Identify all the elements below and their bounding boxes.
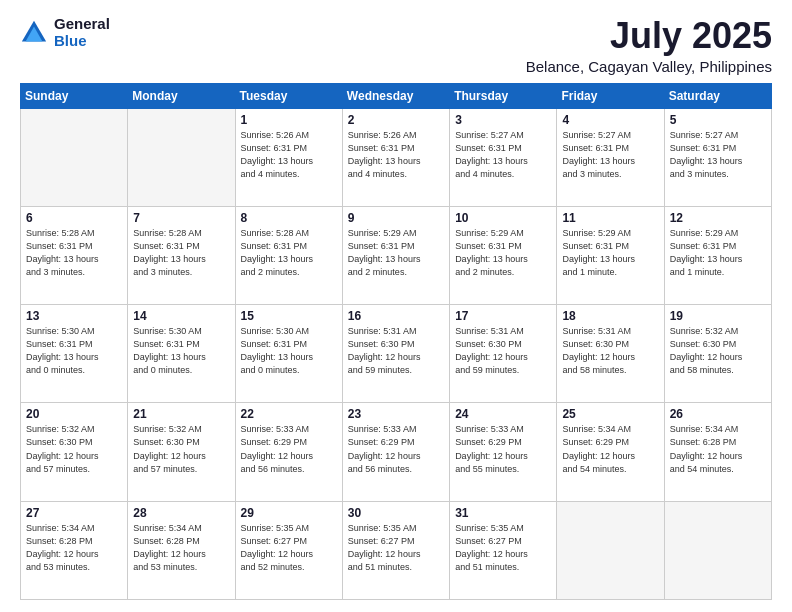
day-number: 20 bbox=[26, 407, 122, 421]
day-info: Sunrise: 5:30 AM Sunset: 6:31 PM Dayligh… bbox=[241, 325, 337, 377]
day-info: Sunrise: 5:34 AM Sunset: 6:28 PM Dayligh… bbox=[26, 522, 122, 574]
calendar-table: Sunday Monday Tuesday Wednesday Thursday… bbox=[20, 83, 772, 600]
day-info: Sunrise: 5:32 AM Sunset: 6:30 PM Dayligh… bbox=[133, 423, 229, 475]
table-row: 12Sunrise: 5:29 AM Sunset: 6:31 PM Dayli… bbox=[664, 206, 771, 304]
day-info: Sunrise: 5:34 AM Sunset: 6:29 PM Dayligh… bbox=[562, 423, 658, 475]
subtitle: Belance, Cagayan Valley, Philippines bbox=[526, 58, 772, 75]
day-number: 31 bbox=[455, 506, 551, 520]
day-number: 21 bbox=[133, 407, 229, 421]
logo-general-text: General bbox=[54, 16, 110, 33]
day-info: Sunrise: 5:29 AM Sunset: 6:31 PM Dayligh… bbox=[670, 227, 766, 279]
day-number: 11 bbox=[562, 211, 658, 225]
day-info: Sunrise: 5:28 AM Sunset: 6:31 PM Dayligh… bbox=[133, 227, 229, 279]
day-number: 28 bbox=[133, 506, 229, 520]
week-row-2: 6Sunrise: 5:28 AM Sunset: 6:31 PM Daylig… bbox=[21, 206, 772, 304]
day-number: 2 bbox=[348, 113, 444, 127]
day-number: 10 bbox=[455, 211, 551, 225]
day-number: 24 bbox=[455, 407, 551, 421]
logo-text: General Blue bbox=[54, 16, 110, 49]
day-number: 14 bbox=[133, 309, 229, 323]
day-number: 29 bbox=[241, 506, 337, 520]
table-row: 19Sunrise: 5:32 AM Sunset: 6:30 PM Dayli… bbox=[664, 305, 771, 403]
table-row: 24Sunrise: 5:33 AM Sunset: 6:29 PM Dayli… bbox=[450, 403, 557, 501]
day-number: 17 bbox=[455, 309, 551, 323]
calendar-header-row: Sunday Monday Tuesday Wednesday Thursday… bbox=[21, 83, 772, 108]
day-number: 15 bbox=[241, 309, 337, 323]
day-number: 30 bbox=[348, 506, 444, 520]
week-row-3: 13Sunrise: 5:30 AM Sunset: 6:31 PM Dayli… bbox=[21, 305, 772, 403]
table-row: 8Sunrise: 5:28 AM Sunset: 6:31 PM Daylig… bbox=[235, 206, 342, 304]
day-info: Sunrise: 5:29 AM Sunset: 6:31 PM Dayligh… bbox=[348, 227, 444, 279]
day-info: Sunrise: 5:35 AM Sunset: 6:27 PM Dayligh… bbox=[241, 522, 337, 574]
day-number: 19 bbox=[670, 309, 766, 323]
table-row: 11Sunrise: 5:29 AM Sunset: 6:31 PM Dayli… bbox=[557, 206, 664, 304]
week-row-4: 20Sunrise: 5:32 AM Sunset: 6:30 PM Dayli… bbox=[21, 403, 772, 501]
logo-blue-text: Blue bbox=[54, 33, 110, 50]
title-block: July 2025 Belance, Cagayan Valley, Phili… bbox=[526, 16, 772, 75]
day-info: Sunrise: 5:32 AM Sunset: 6:30 PM Dayligh… bbox=[670, 325, 766, 377]
day-number: 27 bbox=[26, 506, 122, 520]
day-info: Sunrise: 5:26 AM Sunset: 6:31 PM Dayligh… bbox=[348, 129, 444, 181]
table-row: 21Sunrise: 5:32 AM Sunset: 6:30 PM Dayli… bbox=[128, 403, 235, 501]
table-row: 30Sunrise: 5:35 AM Sunset: 6:27 PM Dayli… bbox=[342, 501, 449, 599]
table-row: 5Sunrise: 5:27 AM Sunset: 6:31 PM Daylig… bbox=[664, 108, 771, 206]
week-row-1: 1Sunrise: 5:26 AM Sunset: 6:31 PM Daylig… bbox=[21, 108, 772, 206]
day-number: 18 bbox=[562, 309, 658, 323]
table-row: 7Sunrise: 5:28 AM Sunset: 6:31 PM Daylig… bbox=[128, 206, 235, 304]
table-row bbox=[664, 501, 771, 599]
day-number: 1 bbox=[241, 113, 337, 127]
day-number: 8 bbox=[241, 211, 337, 225]
table-row: 23Sunrise: 5:33 AM Sunset: 6:29 PM Dayli… bbox=[342, 403, 449, 501]
day-info: Sunrise: 5:29 AM Sunset: 6:31 PM Dayligh… bbox=[455, 227, 551, 279]
table-row: 4Sunrise: 5:27 AM Sunset: 6:31 PM Daylig… bbox=[557, 108, 664, 206]
col-sunday: Sunday bbox=[21, 83, 128, 108]
col-saturday: Saturday bbox=[664, 83, 771, 108]
day-info: Sunrise: 5:35 AM Sunset: 6:27 PM Dayligh… bbox=[455, 522, 551, 574]
table-row: 20Sunrise: 5:32 AM Sunset: 6:30 PM Dayli… bbox=[21, 403, 128, 501]
day-info: Sunrise: 5:27 AM Sunset: 6:31 PM Dayligh… bbox=[455, 129, 551, 181]
col-wednesday: Wednesday bbox=[342, 83, 449, 108]
day-info: Sunrise: 5:26 AM Sunset: 6:31 PM Dayligh… bbox=[241, 129, 337, 181]
day-info: Sunrise: 5:29 AM Sunset: 6:31 PM Dayligh… bbox=[562, 227, 658, 279]
table-row: 14Sunrise: 5:30 AM Sunset: 6:31 PM Dayli… bbox=[128, 305, 235, 403]
table-row: 1Sunrise: 5:26 AM Sunset: 6:31 PM Daylig… bbox=[235, 108, 342, 206]
day-number: 6 bbox=[26, 211, 122, 225]
day-info: Sunrise: 5:31 AM Sunset: 6:30 PM Dayligh… bbox=[348, 325, 444, 377]
table-row: 10Sunrise: 5:29 AM Sunset: 6:31 PM Dayli… bbox=[450, 206, 557, 304]
logo: General Blue bbox=[20, 16, 110, 49]
table-row: 27Sunrise: 5:34 AM Sunset: 6:28 PM Dayli… bbox=[21, 501, 128, 599]
day-info: Sunrise: 5:34 AM Sunset: 6:28 PM Dayligh… bbox=[670, 423, 766, 475]
day-number: 3 bbox=[455, 113, 551, 127]
logo-icon bbox=[20, 19, 48, 47]
day-info: Sunrise: 5:28 AM Sunset: 6:31 PM Dayligh… bbox=[241, 227, 337, 279]
table-row: 22Sunrise: 5:33 AM Sunset: 6:29 PM Dayli… bbox=[235, 403, 342, 501]
day-number: 13 bbox=[26, 309, 122, 323]
day-number: 9 bbox=[348, 211, 444, 225]
table-row: 13Sunrise: 5:30 AM Sunset: 6:31 PM Dayli… bbox=[21, 305, 128, 403]
day-info: Sunrise: 5:33 AM Sunset: 6:29 PM Dayligh… bbox=[455, 423, 551, 475]
day-info: Sunrise: 5:28 AM Sunset: 6:31 PM Dayligh… bbox=[26, 227, 122, 279]
day-info: Sunrise: 5:35 AM Sunset: 6:27 PM Dayligh… bbox=[348, 522, 444, 574]
table-row: 28Sunrise: 5:34 AM Sunset: 6:28 PM Dayli… bbox=[128, 501, 235, 599]
table-row bbox=[128, 108, 235, 206]
day-info: Sunrise: 5:30 AM Sunset: 6:31 PM Dayligh… bbox=[26, 325, 122, 377]
table-row: 29Sunrise: 5:35 AM Sunset: 6:27 PM Dayli… bbox=[235, 501, 342, 599]
day-number: 16 bbox=[348, 309, 444, 323]
day-number: 26 bbox=[670, 407, 766, 421]
week-row-5: 27Sunrise: 5:34 AM Sunset: 6:28 PM Dayli… bbox=[21, 501, 772, 599]
day-number: 5 bbox=[670, 113, 766, 127]
col-thursday: Thursday bbox=[450, 83, 557, 108]
col-friday: Friday bbox=[557, 83, 664, 108]
table-row: 15Sunrise: 5:30 AM Sunset: 6:31 PM Dayli… bbox=[235, 305, 342, 403]
table-row: 25Sunrise: 5:34 AM Sunset: 6:29 PM Dayli… bbox=[557, 403, 664, 501]
table-row: 16Sunrise: 5:31 AM Sunset: 6:30 PM Dayli… bbox=[342, 305, 449, 403]
day-number: 22 bbox=[241, 407, 337, 421]
day-info: Sunrise: 5:30 AM Sunset: 6:31 PM Dayligh… bbox=[133, 325, 229, 377]
main-title: July 2025 bbox=[526, 16, 772, 56]
table-row: 31Sunrise: 5:35 AM Sunset: 6:27 PM Dayli… bbox=[450, 501, 557, 599]
day-info: Sunrise: 5:27 AM Sunset: 6:31 PM Dayligh… bbox=[670, 129, 766, 181]
page: General Blue July 2025 Belance, Cagayan … bbox=[0, 0, 792, 612]
day-number: 4 bbox=[562, 113, 658, 127]
col-monday: Monday bbox=[128, 83, 235, 108]
day-number: 12 bbox=[670, 211, 766, 225]
